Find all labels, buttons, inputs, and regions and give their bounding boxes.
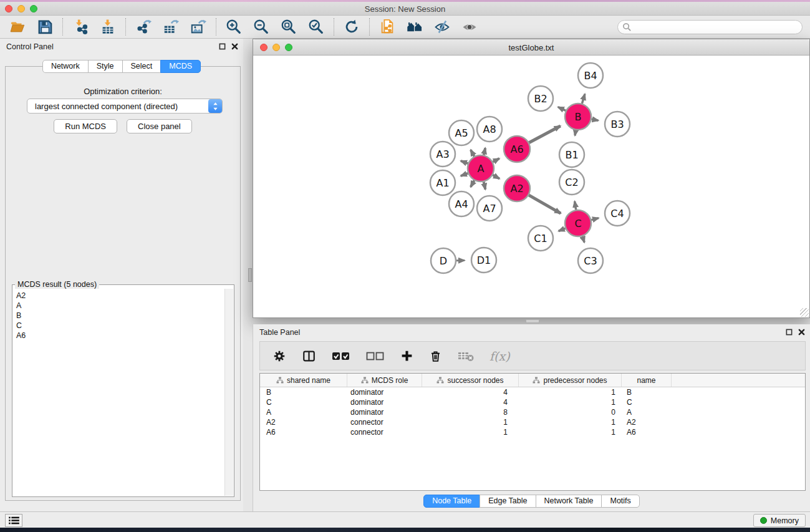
table-cell[interactable]: A6 xyxy=(622,427,672,437)
result-scrollbar[interactable] xyxy=(224,289,233,496)
table-cell[interactable]: 1 xyxy=(519,387,622,397)
tab-node-table[interactable]: Node Table xyxy=(423,495,480,508)
save-session-button[interactable] xyxy=(36,17,54,36)
table-cell[interactable]: dominator xyxy=(347,397,422,407)
edge-B-B2[interactable] xyxy=(558,107,566,111)
zoom-out-button[interactable] xyxy=(252,17,271,36)
edge-A6-B[interactable] xyxy=(529,126,560,143)
edge-A-A5[interactable] xyxy=(471,150,475,157)
close-panel-icon[interactable] xyxy=(231,43,238,50)
edge-C-C3[interactable] xyxy=(582,236,584,243)
node-table[interactable]: shared nameMCDS rolesuccessor nodesprede… xyxy=(259,373,806,491)
horizontal-splitter-handle[interactable] xyxy=(526,319,539,323)
edge-C-C4[interactable] xyxy=(591,218,599,220)
edge-B-B3[interactable] xyxy=(592,119,599,120)
node-C4[interactable]: C4 xyxy=(605,201,630,226)
table-cell[interactable]: connector xyxy=(347,417,422,427)
table-cell[interactable]: dominator xyxy=(347,387,422,397)
column-header-shared-name[interactable]: shared name xyxy=(260,374,347,387)
tab-mcds[interactable]: MCDS xyxy=(160,60,201,73)
table-cell[interactable]: dominator xyxy=(347,407,422,417)
table-settings-button[interactable] xyxy=(272,349,286,363)
edge-A2-C[interactable] xyxy=(529,195,561,213)
table-cell[interactable]: 1 xyxy=(519,417,622,427)
table-cell[interactable]: 1 xyxy=(422,417,519,427)
edge-A-A4[interactable] xyxy=(471,180,475,187)
result-item[interactable]: B xyxy=(13,311,224,321)
table-cell[interactable]: A2 xyxy=(260,417,347,427)
result-item[interactable]: C xyxy=(13,321,224,331)
node-B2[interactable]: B2 xyxy=(528,86,553,111)
node-A7[interactable]: A7 xyxy=(477,196,502,221)
table-cell[interactable]: B xyxy=(260,387,347,397)
node-B[interactable]: B xyxy=(565,104,591,130)
first-neighbors-button[interactable] xyxy=(405,17,424,36)
node-B4[interactable]: B4 xyxy=(578,63,603,88)
import-network-button[interactable] xyxy=(71,17,90,36)
edge-C-C2[interactable] xyxy=(575,201,576,210)
tab-network[interactable]: Network xyxy=(42,60,89,73)
table-cell[interactable]: connector xyxy=(347,427,422,437)
node-A4[interactable]: A4 xyxy=(449,191,474,216)
node-A[interactable]: A xyxy=(468,155,494,181)
table-row[interactable]: A2connector11A2 xyxy=(260,417,805,427)
result-item[interactable]: A6 xyxy=(13,331,224,341)
close-panel-button[interactable]: Close panel xyxy=(127,119,192,133)
select-all-columns-button[interactable] xyxy=(332,351,350,362)
network-graph[interactable]: B4B2BB3A5A8A6B1A3AA1C2A2A4A7CC4C1C3DD1 xyxy=(253,56,809,317)
import-table-button[interactable] xyxy=(99,17,117,36)
node-B1[interactable]: B1 xyxy=(559,142,584,167)
table-cell[interactable]: A xyxy=(622,407,672,417)
window-resize-grip[interactable] xyxy=(800,308,809,317)
edge-A-A2[interactable] xyxy=(493,175,499,179)
column-header-MCDS-role[interactable]: MCDS role xyxy=(347,374,422,387)
edge-C-C1[interactable] xyxy=(559,228,566,231)
table-cell[interactable]: A6 xyxy=(260,427,347,437)
toggle-column-view-button[interactable] xyxy=(302,349,316,363)
zoom-in-button[interactable] xyxy=(224,17,243,36)
zoom-selected-button[interactable] xyxy=(307,17,325,36)
network-canvas[interactable]: B4B2BB3A5A8A6B1A3AA1C2A2A4A7CC4C1C3DD1 xyxy=(253,56,809,317)
result-item[interactable]: A2 xyxy=(13,291,224,301)
zoom-fit-button[interactable] xyxy=(279,17,298,36)
node-B3[interactable]: B3 xyxy=(605,112,630,137)
node-D1[interactable]: D1 xyxy=(471,248,496,273)
network-window-titlebar[interactable]: testGlobe.txt xyxy=(253,39,809,56)
table-cell[interactable]: C xyxy=(260,397,347,407)
table-row[interactable]: Adominator80A xyxy=(260,407,805,417)
edge-A-A6[interactable] xyxy=(493,158,499,162)
node-C1[interactable]: C1 xyxy=(528,226,553,251)
table-cell[interactable]: 1 xyxy=(519,427,622,437)
node-A8[interactable]: A8 xyxy=(477,117,502,142)
node-A6[interactable]: A6 xyxy=(504,136,530,162)
open-session-button[interactable] xyxy=(8,17,27,36)
hide-selected-button[interactable] xyxy=(433,17,451,36)
mcds-result-list[interactable]: A2ABCA6 xyxy=(13,289,224,496)
tab-style[interactable]: Style xyxy=(88,60,123,73)
table-cell[interactable]: 8 xyxy=(422,407,519,417)
table-cell[interactable]: C xyxy=(622,397,672,407)
refresh-layout-button[interactable] xyxy=(342,17,361,36)
edge-A-A3[interactable] xyxy=(461,161,468,163)
node-C3[interactable]: C3 xyxy=(578,248,603,273)
add-column-button[interactable] xyxy=(400,349,413,362)
table-cell[interactable]: A xyxy=(260,407,347,417)
table-cell[interactable]: 4 xyxy=(422,387,519,397)
node-A3[interactable]: A3 xyxy=(430,142,455,167)
edge-A-A7[interactable] xyxy=(484,182,486,190)
edge-B-B4[interactable] xyxy=(582,94,585,104)
criterion-dropdown[interactable]: largest connected component (directed) xyxy=(27,99,223,114)
table-cell[interactable]: 4 xyxy=(422,397,519,407)
result-item[interactable]: A xyxy=(13,301,224,311)
column-header-successor-nodes[interactable]: successor nodes xyxy=(422,374,519,387)
node-C[interactable]: C xyxy=(565,210,591,236)
edge-B-B1[interactable] xyxy=(575,130,576,136)
search-input[interactable] xyxy=(617,20,803,34)
export-image-button[interactable] xyxy=(189,17,208,36)
run-mcds-button[interactable]: Run MCDS xyxy=(54,119,117,133)
table-cell[interactable]: B xyxy=(622,387,672,397)
node-D[interactable]: D xyxy=(431,248,456,273)
tab-select[interactable]: Select xyxy=(122,60,162,73)
column-header-predecessor-nodes[interactable]: predecessor nodes xyxy=(519,374,622,387)
node-A5[interactable]: A5 xyxy=(449,120,474,145)
